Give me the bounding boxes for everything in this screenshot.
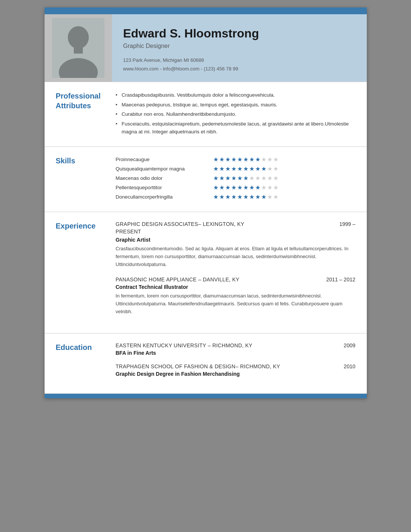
skill-row: Donecullamcorperfringilla ★★★★★★★★★★★ [116,193,356,200]
skill-rating: ★★★★★★★★★★★ [213,193,278,200]
star-icon: ★ [231,184,236,191]
star-icon: ★ [249,193,254,200]
star-empty-icon: ★ [261,184,266,191]
professional-label: ProfessionalAttributes [56,91,116,137]
star-icon: ★ [225,184,230,191]
star-icon: ★ [231,165,236,172]
star-icon: ★ [213,156,218,163]
star-empty-icon: ★ [261,156,266,163]
star-empty-icon: ★ [255,175,260,182]
star-empty-icon: ★ [273,184,278,191]
skills-label: Skills [56,156,116,203]
education-header: EASTERN KENTUCKY UNIVERSITY – Richmond, … [116,342,356,348]
star-icon: ★ [237,165,242,172]
star-empty-icon: ★ [267,193,272,200]
star-icon: ★ [225,156,230,163]
star-empty-icon: ★ [273,165,278,172]
skill-name: Donecullamcorperfringilla [116,194,213,200]
education-entry: TRAPHAGEN SCHOOL OF FASHION & DESIGN– Ri… [116,363,356,377]
star-icon: ★ [237,156,242,163]
skill-name: Pellentesqueporttitor [116,185,213,190]
experience-header: GRAPHIC DESIGN ASSOCIATES– Lexington, KY… [116,221,356,227]
skill-row: Pellentesqueporttitor ★★★★★★★★★★★ [116,184,356,191]
list-item: Fusceiaculis, estquislaciniapretium, ped… [116,120,356,136]
education-header: TRAPHAGEN SCHOOL OF FASHION & DESIGN– Ri… [116,363,356,369]
candidate-name: Edward S. Hloomstrong [123,27,259,40]
experience-date: 1999 – [339,221,356,227]
star-icon: ★ [261,165,266,172]
skill-rating: ★★★★★★★★★★★ [213,156,278,163]
svg-rect-3 [74,46,83,54]
star-icon: ★ [225,165,230,172]
list-item: Maecenas pedepurus, tristique ac, tempus… [116,101,356,109]
skills-content: Proinnecaugue ★★★★★★★★★★★ Quisquealiquam… [116,156,356,203]
star-icon: ★ [249,156,254,163]
header-contact: 123 Park Avenue, Michigan MI 60689 www.h… [123,56,259,73]
star-icon: ★ [231,156,236,163]
star-icon: ★ [219,193,224,200]
star-icon: ★ [225,193,230,200]
experience-header: PANASONIC HOME APPLIANCE – Danville, KY … [116,276,356,282]
star-icon: ★ [255,184,260,191]
photo-container [45,14,112,82]
education-label: Education [56,342,116,384]
skill-rating: ★★★★★★★★★★★ [213,184,278,191]
star-icon: ★ [255,165,260,172]
education-content: EASTERN KENTUCKY UNIVERSITY – Richmond, … [116,342,356,384]
top-bar [45,7,367,14]
candidate-title: Graphic Designer [123,43,259,49]
star-icon: ★ [255,156,260,163]
star-icon: ★ [213,193,218,200]
experience-label: Experience [56,221,116,324]
company-name: GRAPHIC DESIGN ASSOCIATES– Lexington, KY [116,221,245,227]
experience-entry: PANASONIC HOME APPLIANCE – Danville, KY … [116,276,356,315]
job-title: Graphic Artist [116,237,356,243]
graduation-year: 2010 [344,363,355,369]
job-title: Contract Technical Illustrator [116,284,356,290]
star-icon: ★ [243,184,248,191]
star-icon: ★ [243,165,248,172]
star-empty-icon: ★ [267,175,272,182]
graduation-year: 2009 [344,342,355,348]
skill-row: Quisquealiquamtempor magna ★★★★★★★★★★★ [116,165,356,172]
skill-name: Proinnecaugue [116,157,213,162]
star-icon: ★ [255,193,260,200]
professional-content: Crasdapibusdapibusnis. Vestibulumquis do… [116,91,356,137]
attributes-list: Crasdapibusdapibusnis. Vestibulumquis do… [116,91,356,136]
education-entry: EASTERN KENTUCKY UNIVERSITY – Richmond, … [116,342,356,356]
star-icon: ★ [219,175,224,182]
star-empty-icon: ★ [273,156,278,163]
star-icon: ★ [237,175,242,182]
company-name: PANASONIC HOME APPLIANCE – Danville, KY [116,276,239,282]
star-icon: ★ [249,165,254,172]
star-icon: ★ [243,175,248,182]
address-line: 123 Park Avenue, Michigan MI 60689 [123,56,259,64]
degree-title: Graphic Design Degree in Fashion Merchan… [116,371,356,377]
skill-name: Maecenas odio dolor [116,175,213,181]
experience-content: GRAPHIC DESIGN ASSOCIATES– Lexington, KY… [116,221,356,324]
professional-section: ProfessionalAttributes Crasdapibusdapibu… [45,82,367,146]
avatar-icon [52,18,105,78]
job-description: In fermentum, lorem non cursusporttitor,… [116,292,356,315]
experience-section: Experience GRAPHIC DESIGN ASSOCIATES– Le… [45,212,367,333]
education-section: Education EASTERN KENTUCKY UNIVERSITY – … [45,333,367,394]
star-icon: ★ [249,184,254,191]
experience-date: 2011 – 2012 [326,276,356,282]
header-section: Edward S. Hloomstrong Graphic Designer 1… [45,14,367,82]
skill-row: Proinnecaugue ★★★★★★★★★★★ [116,156,356,163]
star-empty-icon: ★ [273,175,278,182]
star-icon: ★ [219,156,224,163]
list-item: Crasdapibusdapibusnis. Vestibulumquis do… [116,91,356,99]
skill-row: Maecenas odio dolor ★★★★★★★★★★★ [116,175,356,182]
skill-rating: ★★★★★★★★★★★ [213,175,278,182]
star-empty-icon: ★ [267,184,272,191]
header-info: Edward S. Hloomstrong Graphic Designer 1… [112,14,271,82]
skill-rating: ★★★★★★★★★★★ [213,165,278,172]
degree-title: BFA in Fine Arts [116,350,356,356]
bottom-bar [45,394,367,398]
experience-date-continued: Present [116,229,356,235]
svg-point-1 [68,26,89,49]
resume-document: Edward S. Hloomstrong Graphic Designer 1… [45,7,367,398]
star-icon: ★ [243,193,248,200]
star-icon: ★ [243,156,248,163]
